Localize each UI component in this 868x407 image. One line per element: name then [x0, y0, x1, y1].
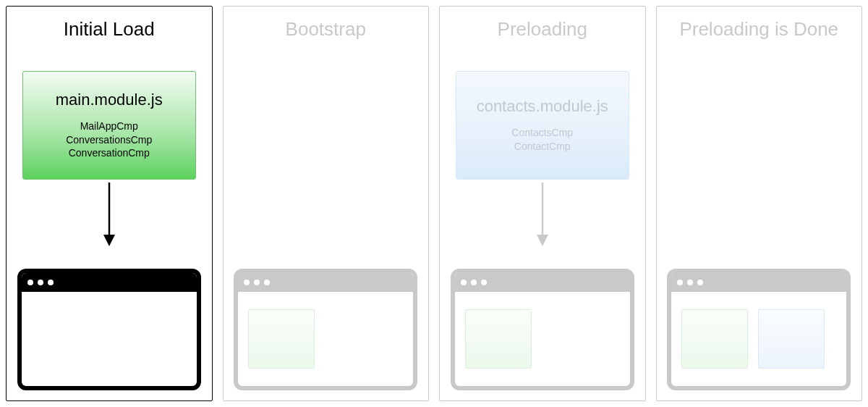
mini-module-green: [465, 309, 532, 369]
window-dot-icon: [461, 280, 467, 285]
window-dot-icon: [687, 280, 693, 285]
panel-bootstrap: Bootstrap: [223, 6, 430, 401]
window-dot-icon: [471, 280, 477, 285]
module-item: MailAppCmp: [66, 119, 152, 133]
svg-marker-1: [103, 235, 115, 246]
module-contacts: contacts.module.js ContactsCmp ContactCm…: [456, 71, 629, 180]
module-item: ConversationsCmp: [66, 133, 152, 147]
diagram-wrap: Initial Load main.module.js MailAppCmp C…: [0, 0, 868, 407]
module-item: ConversationCmp: [66, 146, 152, 160]
browser-content: [22, 292, 197, 386]
module-item: ContactCmp: [511, 140, 573, 154]
window-dot-icon: [254, 280, 260, 285]
window-dot-icon: [677, 280, 683, 285]
window-dot-icon: [264, 280, 270, 285]
window-dot-icon: [48, 280, 54, 285]
browser-window: [17, 269, 201, 390]
module-title: contacts.module.js: [477, 97, 608, 116]
module-title: main.module.js: [56, 91, 163, 109]
browser-titlebar: [455, 273, 630, 292]
browser-content: [455, 292, 630, 386]
window-dot-icon: [27, 280, 33, 285]
browser-titlebar: [238, 273, 413, 292]
mini-module-blue: [758, 309, 825, 369]
panel-title: Preloading: [498, 18, 587, 41]
panel-title: Preloading is Done: [679, 18, 838, 41]
module-items: MailAppCmp ConversationsCmp Conversation…: [66, 119, 152, 161]
browser-content: [671, 292, 846, 386]
module-items: ContactsCmp ContactCmp: [511, 126, 573, 154]
mini-module-green: [248, 309, 315, 369]
panel-title: Bootstrap: [286, 18, 366, 41]
browser-titlebar: [671, 273, 846, 292]
window-dot-icon: [697, 280, 703, 285]
mini-module-green: [681, 309, 748, 369]
window-dot-icon: [244, 280, 250, 285]
browser-titlebar: [22, 273, 197, 292]
module-main: main.module.js MailAppCmp ConversationsC…: [22, 71, 196, 180]
panel-initial-load: Initial Load main.module.js MailAppCmp C…: [6, 6, 213, 401]
arrow-down-icon: [7, 180, 212, 249]
arrow-down-icon: [440, 180, 645, 249]
browser-content: [238, 292, 413, 386]
window-dot-icon: [38, 280, 43, 285]
window-dot-icon: [481, 280, 487, 285]
browser-window: [667, 269, 851, 390]
browser-window: [234, 269, 417, 390]
panel-preloading-done: Preloading is Done: [656, 6, 863, 401]
panel-preloading: Preloading contacts.module.js ContactsCm…: [439, 6, 646, 401]
svg-marker-3: [537, 235, 548, 246]
module-item: ContactsCmp: [511, 126, 573, 140]
browser-window: [451, 269, 634, 390]
panel-title: Initial Load: [64, 18, 155, 41]
